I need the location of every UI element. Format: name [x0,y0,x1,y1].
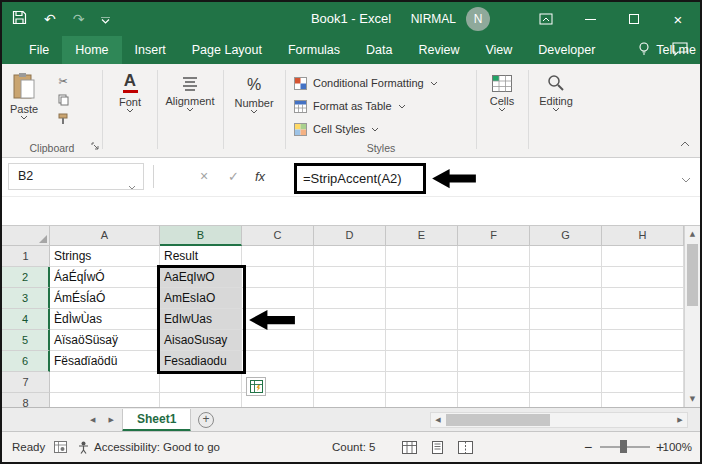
cell-F5[interactable] [458,330,530,351]
macro-record-button[interactable] [54,432,67,462]
cell-A5[interactable]: AïsaöSüsaÿ [50,330,160,351]
page-break-view-button[interactable] [458,432,473,462]
cell-D2[interactable] [314,267,386,288]
row-header-5[interactable]: 5 [2,330,50,351]
cell-A4[interactable]: ÈdÌwÙas [50,309,160,330]
cell-D3[interactable] [314,288,386,309]
cell-A1[interactable]: Strings [50,246,160,267]
cell-D8[interactable] [314,393,386,407]
minimize-button[interactable] [568,2,612,36]
cell-B6[interactable]: Fesadiaodu [160,351,242,372]
cell-A6[interactable]: Fësadïaödü [50,351,160,372]
scroll-up-button[interactable]: ▲ [685,226,700,242]
zoom-out-button[interactable]: − [584,432,592,462]
cell-B2[interactable]: AaEqIwO [160,267,242,288]
cell-E3[interactable] [386,288,458,309]
cell-G5[interactable] [530,330,602,351]
cell-E8[interactable] [386,393,458,407]
conditional-formatting-button[interactable]: Conditional Formatting [294,73,438,93]
cut-button[interactable]: ✂ [54,73,72,89]
cell-G4[interactable] [530,309,602,330]
paste-button[interactable]: Paste [10,64,38,120]
column-header-H[interactable]: H [602,226,684,246]
save-button[interactable] [12,10,27,29]
row-header-2[interactable]: 2 [2,267,50,288]
account-avatar[interactable]: N [466,7,490,31]
tab-developer[interactable]: Developer [525,36,608,64]
cell-D4[interactable] [314,309,386,330]
cell-H6[interactable] [602,351,684,372]
enter-button[interactable]: ✓ [228,163,239,190]
cell-G2[interactable] [530,267,602,288]
cell-D1[interactable] [314,246,386,267]
next-sheet-button[interactable]: ▶ [108,417,113,424]
cell-E7[interactable] [386,372,458,393]
column-header-F[interactable]: F [458,226,530,246]
select-all-button[interactable] [2,226,50,246]
accessibility-status[interactable]: Accessibility: Good to go [78,432,220,462]
normal-view-button[interactable] [402,432,417,462]
sheet-tab-sheet1[interactable]: Sheet1 [122,409,191,432]
cell-A7[interactable] [50,372,160,393]
quick-analysis-button[interactable] [246,377,266,396]
collapse-ribbon-button[interactable] [680,133,690,151]
cell-E2[interactable] [386,267,458,288]
scroll-left-button[interactable]: ◀ [431,417,445,424]
column-header-D[interactable]: D [314,226,386,246]
cell-C3[interactable] [242,288,314,309]
cell-H3[interactable] [602,288,684,309]
row-header-6[interactable]: 6 [2,351,50,372]
column-header-C[interactable]: C [242,226,314,246]
cell-E4[interactable] [386,309,458,330]
cell-F2[interactable] [458,267,530,288]
vertical-scrollbar-thumb[interactable] [687,244,698,306]
cell-H2[interactable] [602,267,684,288]
expand-formula-bar-button[interactable] [681,169,691,187]
column-header-B[interactable]: B [160,226,242,246]
column-header-G[interactable]: G [530,226,602,246]
redo-button[interactable]: ↷ [73,12,85,26]
row-header-1[interactable]: 1 [2,246,50,267]
column-header-E[interactable]: E [386,226,458,246]
tab-data[interactable]: Data [353,36,405,64]
row-header-8[interactable]: 8 [2,393,50,407]
cell-styles-button[interactable]: Cell Styles [294,119,379,139]
cell-E6[interactable] [386,351,458,372]
format-painter-button[interactable] [54,111,72,127]
scroll-down-button[interactable]: ▼ [685,391,700,407]
cell-A2[interactable]: ÁaÉqÍwÓ [50,267,160,288]
cell-B7[interactable] [160,372,242,393]
formula-input[interactable]: =StripAccent(A2) [303,163,402,194]
tab-insert[interactable]: Insert [122,36,179,64]
row-header-7[interactable]: 7 [2,372,50,393]
new-sheet-button[interactable]: + [198,412,214,428]
horizontal-scrollbar-thumb[interactable] [446,414,550,426]
cell-G3[interactable] [530,288,602,309]
alignment-group-button[interactable]: Alignment [159,64,221,112]
cell-B5[interactable]: AisaoSusay [160,330,242,351]
cell-C6[interactable] [242,351,314,372]
cell-C4[interactable] [242,309,314,330]
cell-H4[interactable] [602,309,684,330]
vertical-scrollbar[interactable]: ▲ ▼ [684,226,700,407]
cells-group-button[interactable]: Cells [479,64,525,112]
cell-F7[interactable] [458,372,530,393]
zoom-level[interactable]: 100% [663,432,692,462]
format-as-table-button[interactable]: Format as Table [294,96,406,116]
tab-page-layout[interactable]: Page Layout [179,36,275,64]
cell-G6[interactable] [530,351,602,372]
cell-C1[interactable] [242,246,314,267]
cell-D5[interactable] [314,330,386,351]
tab-home[interactable]: Home [62,36,121,64]
cell-C5[interactable] [242,330,314,351]
cell-F8[interactable] [458,393,530,407]
scroll-right-button[interactable]: ▶ [673,417,687,424]
cell-G8[interactable] [530,393,602,407]
cell-H7[interactable] [602,372,684,393]
account-name[interactable]: NIRMAL [411,12,456,26]
comments-icon[interactable] [672,42,688,61]
cell-F3[interactable] [458,288,530,309]
cell-B3[interactable]: AmEsIaO [160,288,242,309]
cancel-button[interactable]: × [200,163,208,190]
cell-H1[interactable] [602,246,684,267]
